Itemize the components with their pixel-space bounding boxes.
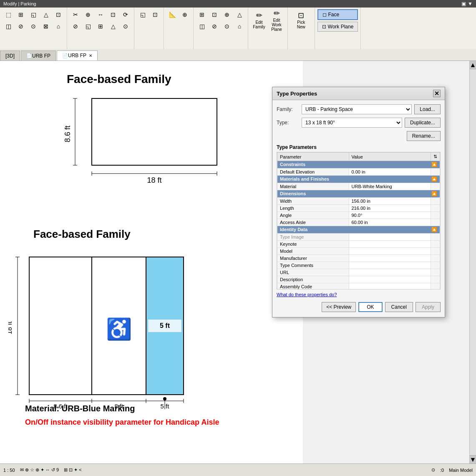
param-name-cell: Length bbox=[277, 205, 349, 212]
params-section-identity-data[interactable]: Identity Data 🔼 bbox=[277, 226, 440, 234]
modify-icon-9[interactable]: △ bbox=[107, 21, 119, 32]
tab-urb-fp-1[interactable]: 📄 URB FP bbox=[21, 50, 56, 60]
measure-icon-2[interactable]: ⊕ bbox=[179, 9, 191, 20]
params-section-materials-and-finishes[interactable]: Materials and Finishes 🔼 bbox=[277, 176, 440, 183]
face-btn[interactable]: ◻ Face bbox=[317, 9, 358, 20]
table-row[interactable]: Keynote bbox=[277, 241, 440, 248]
type-params-label: Type Parameters bbox=[277, 144, 441, 150]
duplicate-btn[interactable]: Duplicate... bbox=[405, 118, 441, 128]
dialog-close-btn[interactable]: ✕ bbox=[433, 90, 441, 97]
param-value-cell[interactable] bbox=[349, 234, 431, 241]
param-value-cell[interactable] bbox=[349, 262, 431, 269]
ribbon-dropdown-icon[interactable]: ▼ bbox=[468, 1, 473, 7]
rename-btn[interactable]: Rename... bbox=[407, 131, 441, 141]
table-row[interactable]: Model bbox=[277, 248, 440, 255]
scrollbar-up-btn[interactable]: ▲ bbox=[470, 61, 476, 69]
params-section-dimensions[interactable]: Dimensions 🔼 bbox=[277, 190, 440, 198]
create-icon-6[interactable]: ⊘ bbox=[209, 21, 220, 32]
load-btn[interactable]: Load... bbox=[414, 104, 441, 114]
create-icon-3[interactable]: ⊕ bbox=[221, 9, 233, 20]
table-row[interactable]: Width156.00 in bbox=[277, 198, 440, 205]
sort-col-header[interactable]: ⇅ bbox=[431, 153, 440, 161]
table-row[interactable]: Angle90.0° bbox=[277, 212, 440, 219]
params-table-container[interactable]: Parameter Value ⇅ Constraints 🔼Default E… bbox=[277, 152, 441, 290]
ok-btn[interactable]: OK bbox=[358, 302, 382, 312]
dialog-title-text: Type Properties bbox=[277, 91, 317, 97]
table-row[interactable]: Length216.00 in bbox=[277, 205, 440, 212]
ribbon-top-right-controls[interactable]: ▣ ▼ bbox=[461, 1, 473, 7]
tab-3d[interactable]: [3D] bbox=[0, 50, 20, 60]
cancel-btn[interactable]: Cancel bbox=[385, 302, 413, 312]
preview-btn[interactable]: << Preview bbox=[322, 302, 356, 312]
param-value-cell[interactable]: 0.00 in bbox=[349, 169, 431, 176]
geometry-icon-1[interactable]: ⬚ bbox=[3, 9, 14, 20]
modify-icon-4[interactable]: ⊡ bbox=[107, 9, 119, 20]
create-icon-1[interactable]: ⊞ bbox=[196, 9, 208, 20]
create-icon-5[interactable]: ◫ bbox=[196, 21, 208, 32]
tab-urb-fp-2[interactable]: 📄 URB FP ✕ bbox=[57, 50, 98, 60]
param-value-cell[interactable]: 90.0° bbox=[349, 212, 431, 219]
table-row[interactable]: MaterialURB-White Marking bbox=[277, 183, 440, 190]
view-icon-2[interactable]: ⊡ bbox=[149, 9, 161, 20]
param-value-cell[interactable] bbox=[349, 248, 431, 255]
scrollbar-right[interactable]: ▲ ▼ bbox=[469, 61, 476, 463]
modify-icon-8[interactable]: ⊞ bbox=[95, 21, 106, 32]
geometry-icon-2[interactable]: ⊞ bbox=[15, 9, 27, 20]
pick-new-btn[interactable]: ⊡ Pick New bbox=[293, 9, 310, 31]
create-icon-2[interactable]: ⊡ bbox=[209, 9, 220, 20]
geometry-icon-8[interactable]: ⊙ bbox=[28, 21, 39, 32]
param-value-cell[interactable]: 156.00 in bbox=[349, 198, 431, 205]
geometry-icon-5[interactable]: ⊡ bbox=[53, 9, 64, 20]
param-extra-cell bbox=[431, 255, 440, 262]
table-row[interactable]: Type Image bbox=[277, 234, 440, 241]
param-value-cell[interactable] bbox=[349, 241, 431, 248]
tab-close-icon[interactable]: ✕ bbox=[89, 53, 92, 58]
edit-work-plane-btn[interactable]: ✏ Edit Work Plane bbox=[268, 9, 285, 31]
table-row[interactable]: Default Elevation0.00 in bbox=[277, 169, 440, 176]
table-row[interactable]: Assembly Code bbox=[277, 283, 440, 290]
modify-icon-7[interactable]: ◱ bbox=[82, 21, 94, 32]
family-select[interactable]: URB - Parking Space bbox=[302, 104, 412, 114]
param-value-cell[interactable]: URB-White Marking bbox=[349, 183, 431, 190]
param-value-cell[interactable]: 60.00 in bbox=[349, 219, 431, 226]
create-icon-7[interactable]: ⊙ bbox=[221, 21, 233, 32]
modify-icon-1[interactable]: ✂ bbox=[70, 9, 81, 20]
geometry-icon-4[interactable]: △ bbox=[40, 9, 52, 20]
apply-btn[interactable]: Apply bbox=[416, 302, 441, 312]
view-icon-1[interactable]: ◱ bbox=[137, 9, 149, 20]
scrollbar-down-btn[interactable]: ▼ bbox=[470, 455, 476, 463]
modify-icon-10[interactable]: ⊙ bbox=[120, 21, 131, 32]
geometry-icon-7[interactable]: ⊘ bbox=[15, 21, 27, 32]
geometry-icon-9[interactable]: ⊠ bbox=[40, 21, 52, 32]
create-icon-4[interactable]: △ bbox=[234, 9, 245, 20]
ribbon-pin-icon[interactable]: ▣ bbox=[461, 1, 466, 7]
modify-icon-5[interactable]: ⟳ bbox=[120, 9, 131, 20]
modify-icon-2[interactable]: ⊕ bbox=[82, 9, 94, 20]
geometry-icon-6[interactable]: ◫ bbox=[3, 21, 14, 32]
create-icon-8[interactable]: ⌂ bbox=[234, 21, 245, 32]
param-value-cell[interactable] bbox=[349, 269, 431, 276]
face-icon: ◻ bbox=[322, 12, 327, 18]
table-row[interactable]: URL bbox=[277, 269, 440, 276]
type-select[interactable]: 13 x 18 ft 90° bbox=[302, 118, 402, 128]
table-row[interactable]: Description bbox=[277, 276, 440, 283]
table-row[interactable]: Access Aisle60.00 in bbox=[277, 219, 440, 226]
modify-icon-6[interactable]: ⊘ bbox=[70, 21, 81, 32]
table-row[interactable]: Manufacturer bbox=[277, 255, 440, 262]
modify-icon-3[interactable]: ↔ bbox=[95, 9, 106, 20]
table-row[interactable]: Type Comments bbox=[277, 262, 440, 269]
params-section-constraints[interactable]: Constraints 🔼 bbox=[277, 161, 440, 169]
geometry-icon-3[interactable]: ◱ bbox=[28, 9, 39, 20]
param-value-cell[interactable] bbox=[349, 255, 431, 262]
measure-icon-1[interactable]: 📐 bbox=[166, 9, 178, 20]
what-do-link[interactable]: What do these properties do? bbox=[277, 292, 441, 297]
param-value-cell[interactable] bbox=[349, 276, 431, 283]
work-plane-btn[interactable]: ⊡ Work Plane bbox=[317, 22, 358, 32]
param-value-cell[interactable] bbox=[349, 283, 431, 290]
geometry-icon-10[interactable]: ⌂ bbox=[53, 21, 64, 32]
status-bar: 1 : 50 ✉ ⊕ ☆ ⊕ ✦ ↔ ↺ 9 ⊞ ⊡ ✦ < ⊙ :0 Main… bbox=[0, 463, 476, 476]
svg-rect-0 bbox=[92, 98, 217, 165]
modify-toolbar-title: Modify | Parking bbox=[3, 1, 36, 6]
edit-family-btn[interactable]: ✏ Edit Family bbox=[251, 9, 267, 31]
param-value-cell[interactable]: 216.00 in bbox=[349, 205, 431, 212]
